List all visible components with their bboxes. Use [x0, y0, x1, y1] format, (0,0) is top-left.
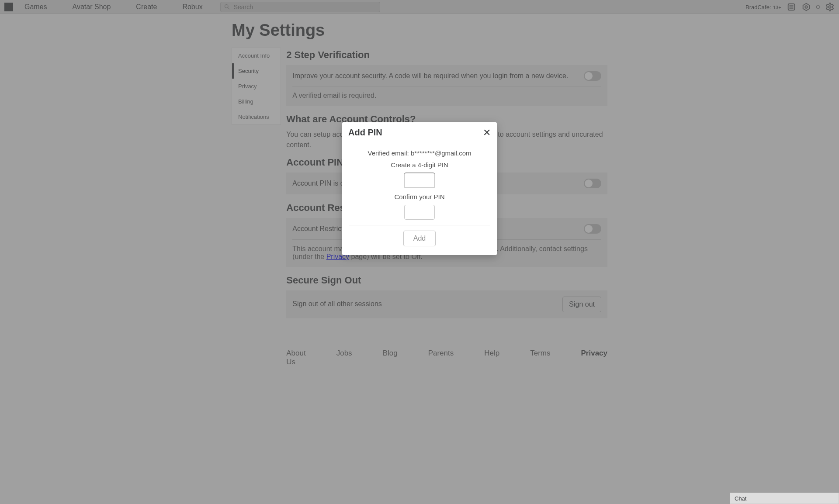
chat-bar[interactable]: Chat	[730, 493, 839, 504]
create-pin-input[interactable]	[404, 173, 435, 188]
confirm-pin-label: Confirm your PIN	[349, 193, 490, 200]
modal-title: Add PIN	[348, 128, 382, 138]
close-icon[interactable]: ✕	[483, 128, 491, 138]
add-button[interactable]: Add	[403, 231, 436, 246]
modal-header: Add PIN ✕	[342, 122, 497, 143]
confirm-pin-input[interactable]	[404, 205, 435, 220]
modal-body: Verified email: b********@gmail.com Crea…	[342, 143, 497, 255]
chat-label: Chat	[735, 495, 746, 502]
add-pin-modal: Add PIN ✕ Verified email: b********@gmai…	[342, 122, 497, 255]
verified-email-label: Verified email: b********@gmail.com	[349, 149, 490, 157]
create-pin-label: Create a 4-digit PIN	[349, 161, 490, 169]
